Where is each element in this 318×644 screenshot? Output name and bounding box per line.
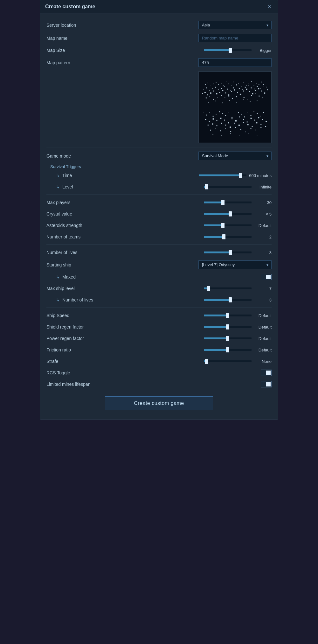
starting-ship-select[interactable]: [Level 1] Fighter [Level 7] Odyssey xyxy=(198,260,272,269)
svg-rect-145 xyxy=(215,128,216,128)
rcs-toggle-box[interactable] xyxy=(261,370,272,376)
svg-rect-31 xyxy=(224,86,225,87)
shield-regen-thumb[interactable] xyxy=(226,324,229,329)
svg-rect-93 xyxy=(203,113,204,113)
friction-ratio-track[interactable] xyxy=(204,349,252,351)
svg-rect-85 xyxy=(208,102,209,103)
asteroids-strength-row: Asteroids strength Default xyxy=(46,220,272,231)
crystal-value-thumb[interactable] xyxy=(229,211,232,216)
max-players-track[interactable] xyxy=(204,202,252,203)
maxed-label: ↳ Maxed xyxy=(56,274,76,280)
divider-4 xyxy=(46,308,272,308)
crystal-value-track[interactable] xyxy=(204,213,252,215)
friction-ratio-thumb[interactable] xyxy=(226,347,229,352)
svg-rect-33 xyxy=(230,90,231,90)
power-regen-value: Default xyxy=(254,336,272,341)
number-of-teams-control: 2 xyxy=(204,235,272,239)
strafe-thumb[interactable] xyxy=(205,359,208,364)
svg-rect-121 xyxy=(235,120,237,122)
svg-rect-88 xyxy=(229,100,230,101)
create-custom-game-button[interactable]: Create custom game xyxy=(105,396,213,410)
survival-level-thumb[interactable] xyxy=(205,184,208,189)
svg-rect-149 xyxy=(235,127,236,128)
svg-rect-147 xyxy=(225,128,226,129)
svg-rect-24 xyxy=(204,89,204,90)
max-ship-level-track[interactable] xyxy=(204,287,252,289)
ship-speed-control: Default xyxy=(204,313,272,318)
survival-time-label: ↳ Time xyxy=(56,173,72,178)
max-players-thumb[interactable] xyxy=(221,200,225,205)
svg-rect-112 xyxy=(263,112,264,113)
game-mode-select[interactable]: Survival Mode Team Mode Classic xyxy=(198,152,272,160)
limited-mines-knob xyxy=(266,382,271,386)
survival-time-row: ↳ Time 600 minutes xyxy=(46,170,272,181)
svg-rect-3 xyxy=(213,84,214,84)
svg-rect-47 xyxy=(204,92,206,93)
ship-speed-track[interactable] xyxy=(204,315,252,316)
svg-rect-6 xyxy=(221,83,221,84)
title-bar: Create custom game × xyxy=(40,0,278,13)
asteroids-strength-track[interactable] xyxy=(204,224,252,226)
svg-rect-95 xyxy=(210,112,210,113)
power-regen-track[interactable] xyxy=(204,337,252,339)
svg-rect-4 xyxy=(216,82,217,83)
svg-rect-16 xyxy=(246,85,247,86)
max-ship-lives-thumb[interactable] xyxy=(229,297,232,302)
svg-rect-117 xyxy=(220,118,221,119)
svg-rect-40 xyxy=(251,88,252,88)
svg-rect-67 xyxy=(264,92,265,94)
max-ship-lives-track[interactable] xyxy=(204,299,252,301)
ship-speed-thumb[interactable] xyxy=(226,313,229,318)
close-button[interactable]: × xyxy=(266,4,273,10)
svg-rect-27 xyxy=(212,88,213,89)
number-of-lives-track[interactable] xyxy=(204,251,252,253)
strafe-track[interactable] xyxy=(204,360,252,362)
survival-time-track[interactable] xyxy=(199,174,246,176)
survival-time-control: 600 minutes xyxy=(199,173,272,178)
svg-rect-9 xyxy=(228,84,229,84)
svg-rect-30 xyxy=(221,88,222,89)
shield-regen-row: Shield regen factor Default xyxy=(46,321,272,333)
svg-rect-120 xyxy=(232,118,232,119)
svg-rect-89 xyxy=(236,102,237,103)
svg-rect-58 xyxy=(237,92,238,93)
ship-speed-label: Ship Speed xyxy=(46,313,69,318)
survival-time-thumb[interactable] xyxy=(239,173,242,178)
survival-level-track[interactable] xyxy=(204,186,252,188)
svg-rect-142 xyxy=(260,124,261,125)
starting-ship-label: Starting ship xyxy=(46,262,71,267)
maxed-toggle[interactable] xyxy=(261,274,272,280)
svg-rect-148 xyxy=(230,131,231,132)
svg-rect-52 xyxy=(219,92,220,93)
rcs-toggle-knob xyxy=(266,371,271,375)
svg-rect-140 xyxy=(252,126,253,127)
number-of-lives-thumb[interactable] xyxy=(229,250,232,255)
map-pattern-input[interactable] xyxy=(198,58,272,67)
power-regen-thumb[interactable] xyxy=(226,336,229,341)
survival-level-row: ↳ Level Infinite xyxy=(46,181,272,193)
map-name-input[interactable] xyxy=(198,34,272,42)
map-size-thumb[interactable] xyxy=(229,48,232,53)
asteroids-strength-thumb[interactable] xyxy=(221,223,225,228)
number-of-teams-thumb[interactable] xyxy=(222,234,225,239)
max-ship-lives-control: 3 xyxy=(204,298,272,302)
svg-rect-10 xyxy=(231,86,232,86)
svg-rect-79 xyxy=(244,97,245,98)
shield-regen-fill xyxy=(204,326,228,328)
max-players-fill xyxy=(204,202,223,203)
crystal-value-fill xyxy=(204,213,230,215)
max-ship-level-thumb[interactable] xyxy=(207,286,210,291)
map-size-control: Bigger xyxy=(204,48,272,53)
shield-regen-track[interactable] xyxy=(204,326,252,328)
svg-rect-86 xyxy=(215,101,216,101)
svg-rect-126 xyxy=(254,120,255,121)
svg-rect-22 xyxy=(261,82,262,82)
server-location-select[interactable]: Asia Europe US East US West xyxy=(198,21,272,29)
svg-rect-144 xyxy=(210,130,211,131)
map-size-track[interactable] xyxy=(204,49,252,51)
svg-rect-151 xyxy=(245,131,246,132)
svg-rect-44 xyxy=(263,84,264,85)
svg-rect-137 xyxy=(238,125,240,126)
limited-mines-toggle[interactable] xyxy=(261,381,272,387)
number-of-teams-track[interactable] xyxy=(204,236,252,238)
